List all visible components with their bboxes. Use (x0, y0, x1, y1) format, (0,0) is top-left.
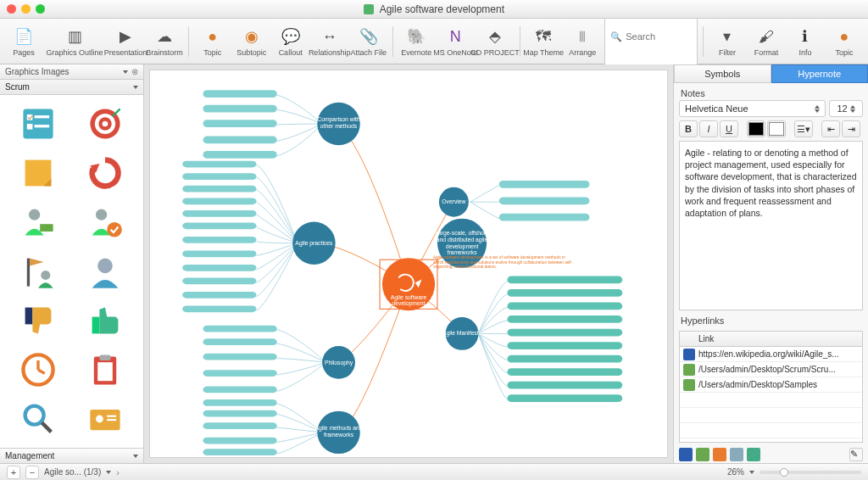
hyperlink-row[interactable]: https://en.wikipedia.org/wiki/Agile_s... (680, 347, 862, 362)
callout-button[interactable]: 💬Callout (272, 21, 309, 62)
format-icon: 🖌 (755, 25, 777, 47)
map-theme-button[interactable]: 🗺Map Theme (525, 21, 562, 62)
arrange-button[interactable]: ⫴Arrange (564, 21, 601, 62)
svg-rect-16 (27, 259, 30, 287)
italic-button[interactable]: I (699, 120, 718, 137)
sidebar-tab-graphics[interactable]: Graphics Images (5, 67, 70, 76)
hyperlinks-label: Hyperlinks (674, 310, 868, 327)
svg-point-8 (103, 121, 108, 127)
svg-rect-3 (34, 115, 49, 118)
add-web-link-icon[interactable] (679, 448, 693, 461)
topic-button[interactable]: ●Topic (194, 21, 231, 62)
indent-button[interactable]: ⇥ (842, 120, 860, 137)
add-folder-link-icon[interactable] (747, 448, 760, 461)
svg-rect-38 (203, 120, 276, 127)
bg-color-button[interactable] (767, 120, 786, 137)
icon-sticky-note[interactable] (7, 151, 70, 195)
sidebar-dropdown-icon[interactable] (123, 70, 128, 74)
svg-text:Philosophy: Philosophy (325, 360, 353, 366)
file-link-icon (683, 379, 695, 391)
cd-project-button[interactable]: ⬘CD PROJECT (476, 21, 514, 62)
list-button[interactable]: ☰▾ (794, 120, 813, 137)
svg-rect-37 (203, 105, 276, 113)
arrange-icon: ⫴ (571, 25, 593, 47)
hyperlink-row-empty[interactable] (680, 423, 862, 438)
info-button[interactable]: ℹInfo (787, 21, 824, 62)
icon-thumbs-down[interactable] (7, 299, 70, 343)
pages-button[interactable]: 📄Pages (5, 21, 42, 62)
svg-text:development: development (392, 300, 426, 307)
hyperlink-row[interactable]: /Users/admin/Desktop/Samples (680, 377, 862, 393)
app-icon (364, 4, 374, 14)
svg-rect-56 (203, 370, 276, 377)
graphics-icon-grid (0, 95, 143, 448)
svg-rect-24 (97, 362, 113, 381)
onenote-button[interactable]: NMS OneNote (437, 21, 474, 62)
icon-clipboard[interactable] (75, 348, 137, 392)
relationship-button[interactable]: ↔Relationship (311, 21, 348, 62)
icon-person-flag[interactable] (7, 249, 70, 293)
font-selector[interactable]: Helvetica Neue (679, 100, 826, 117)
svg-rect-69 (507, 315, 622, 323)
format-button[interactable]: 🖌Format (748, 21, 785, 62)
subtopic-button[interactable]: ◉Subtopic (233, 21, 270, 62)
icon-clock[interactable] (7, 348, 70, 392)
zoom-in-button[interactable]: + (7, 466, 20, 479)
icon-thumbs-up[interactable] (75, 299, 137, 343)
icon-person-money[interactable] (7, 200, 70, 244)
graphics-outline-button[interactable]: ▥Graphics Outline (44, 21, 105, 62)
svg-text:Agile Manifesto: Agile Manifesto (442, 330, 482, 337)
svg-rect-70 (507, 329, 622, 337)
doc-tab-dropdown-icon[interactable] (106, 471, 111, 474)
zoom-out-button[interactable]: − (25, 466, 39, 479)
svg-rect-13 (40, 224, 53, 232)
zoom-slider[interactable] (760, 471, 861, 474)
icon-checklist[interactable] (7, 102, 70, 146)
icon-person-check[interactable] (75, 200, 137, 244)
icon-id-card[interactable] (75, 397, 137, 441)
svg-rect-47 (182, 237, 256, 243)
svg-point-19 (97, 259, 113, 274)
font-size-selector[interactable]: 12 (829, 100, 863, 117)
icon-refresh[interactable] (75, 151, 137, 195)
svg-rect-51 (182, 292, 256, 299)
filter-button[interactable]: ▾Filter (709, 21, 746, 62)
sidebar-close-icon[interactable]: ⊗ (131, 67, 138, 76)
svg-rect-72 (507, 355, 622, 363)
icon-avatar[interactable] (75, 249, 137, 293)
add-email-link-icon[interactable] (730, 448, 743, 461)
search-input[interactable] (626, 31, 692, 42)
icon-magnifier[interactable] (7, 397, 70, 441)
svg-rect-52 (182, 305, 256, 312)
underline-button[interactable]: U (720, 120, 738, 137)
graphics-sidebar: Graphics Images ⊗ Scrum (0, 64, 144, 463)
center-description: Agile software development is a set of s… (433, 255, 573, 269)
bold-button[interactable]: B (679, 120, 698, 137)
evernote-button[interactable]: 🐘Evernote (398, 21, 435, 62)
brainstorm-button[interactable]: ☁Brainstorm (146, 21, 183, 62)
tab-symbols[interactable]: Symbols (674, 64, 771, 83)
svg-rect-53 (203, 326, 276, 332)
hyperlink-row-empty[interactable] (680, 408, 862, 423)
presentation-button[interactable]: ▶Presentation (107, 21, 144, 62)
icon-target[interactable] (75, 102, 137, 146)
topic-panel-button[interactable]: ●Topic (826, 21, 863, 62)
right-panel: Symbols Hypernote Notes Helvetica Neue 1… (673, 64, 868, 463)
note-textarea[interactable]: Agile - relating to or denoting a method… (679, 141, 863, 310)
hyperlink-row[interactable]: /Users/admin/Desktop/Scrum/Scru... (680, 362, 862, 377)
add-topic-link-icon[interactable] (713, 448, 726, 461)
edit-link-icon[interactable]: ✎ (849, 448, 863, 461)
svg-rect-36 (203, 90, 276, 98)
add-file-link-icon[interactable] (696, 448, 709, 461)
zoom-dropdown-icon[interactable] (749, 471, 754, 474)
hyperlink-row-empty[interactable] (680, 393, 862, 408)
sidebar-section-management[interactable]: Management (0, 448, 143, 463)
outdent-button[interactable]: ⇤ (821, 120, 840, 137)
tab-hypernote[interactable]: Hypernote (771, 64, 869, 83)
attach-file-button[interactable]: 📎Attach File (350, 21, 387, 62)
mindmap-canvas[interactable]: Comparison withother methods Agile pract… (149, 70, 668, 458)
text-color-button[interactable] (747, 120, 765, 137)
sidebar-section-scrum[interactable]: Scrum (0, 80, 143, 95)
svg-rect-54 (203, 338, 276, 345)
doc-tab[interactable]: Agile so... (1/3) (44, 467, 101, 477)
